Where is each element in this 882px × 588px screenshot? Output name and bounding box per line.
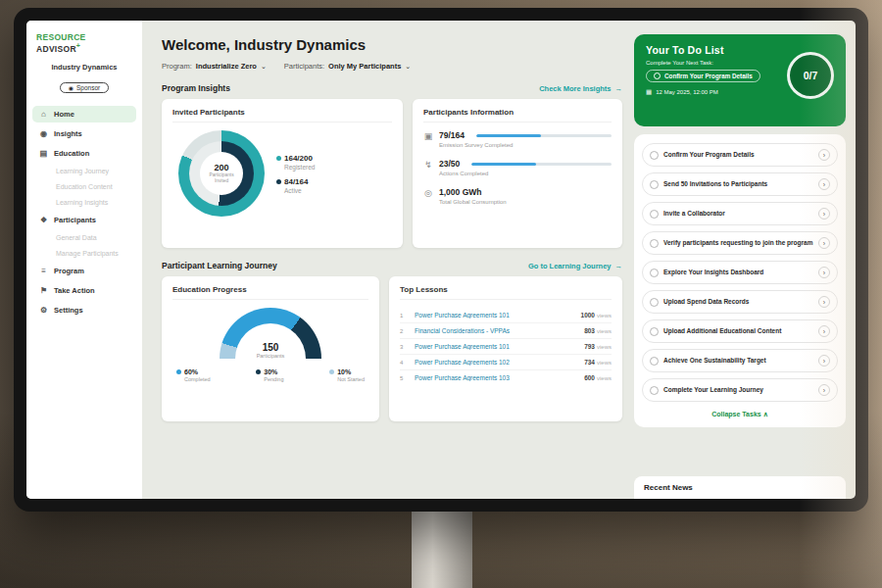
take-action-icon: ⚑ — [39, 286, 48, 295]
sidebar-item-take-action[interactable]: ⚑ Take Action — [32, 282, 136, 299]
lesson-link[interactable]: Power Purchase Agreements 101 — [415, 312, 575, 318]
lesson-link[interactable]: Power Purchase Agreements 101 — [415, 343, 578, 350]
task-complete-learning-journey[interactable]: Complete Your Learning Journey › — [642, 378, 838, 402]
lesson-link[interactable]: Power Purchase Agreements 103 — [415, 374, 578, 381]
check-more-insights-link[interactable]: Check More Insights → — [539, 84, 622, 93]
legend-item-pending: 30% Pending — [256, 368, 283, 382]
checkbox-icon[interactable] — [654, 73, 661, 79]
education-legend: 60% Completed 30% Pending 10% Not Starte… — [172, 368, 368, 382]
checkbox-icon[interactable] — [650, 210, 659, 219]
lesson-row: 5 Power Purchase Agreements 103 600views — [400, 370, 612, 385]
chevron-right-icon[interactable]: › — [818, 237, 830, 249]
checkbox-icon[interactable] — [650, 357, 659, 366]
sidebar-item-learning-insights[interactable]: Learning Insights — [32, 196, 136, 209]
program-insights-header: Program Insights Check More Insights → — [162, 83, 622, 93]
main-content: Welcome, Industry Dynamics Program: Indu… — [142, 21, 634, 499]
sidebar-item-label: Take Action — [54, 286, 95, 295]
lesson-views: 793views — [584, 343, 612, 350]
chevron-right-icon[interactable]: › — [818, 267, 830, 278]
settings-icon: ⚙ — [39, 306, 48, 315]
sidebar-item-manage-participants[interactable]: Manage Participants — [32, 247, 136, 260]
legend-label: Pending — [264, 376, 283, 382]
task-label: Confirm Your Program Details — [663, 151, 813, 159]
chevron-right-icon[interactable]: › — [818, 325, 830, 337]
sidebar-item-participants[interactable]: ❖ Participants — [32, 212, 136, 228]
sidebar-item-education[interactable]: ▤ Education — [32, 145, 136, 162]
monitor-stand — [412, 508, 472, 588]
checkbox-icon[interactable] — [650, 298, 659, 307]
todo-subtitle: Complete Your Next Task: — [646, 60, 834, 66]
donut-center-label: Participants Invited — [205, 172, 238, 184]
todo-next-task[interactable]: Confirm Your Program Details — [646, 70, 760, 82]
chevron-right-icon[interactable]: › — [818, 296, 830, 308]
task-invite-collaborator[interactable]: Invite a Collaborator › — [642, 202, 838, 225]
sponsor-badge[interactable]: ◉ Sponsor — [60, 82, 109, 93]
chevron-right-icon[interactable]: › — [818, 208, 830, 220]
participants-filter-label: Participants: — [284, 62, 324, 71]
chevron-up-icon: ∧ — [763, 411, 768, 417]
task-send-invitations[interactable]: Send 50 Invitations to Participants › — [642, 172, 838, 196]
program-filter-value: Industrialize Zero — [196, 62, 257, 71]
participants-information-card: Participants Information ▣ 79/164 Emissi… — [413, 99, 622, 248]
chevron-right-icon[interactable]: › — [818, 355, 830, 367]
legend-item-registered: 164/200 Registered — [276, 154, 315, 171]
lesson-rank: 1 — [400, 313, 409, 318]
sidebar-item-label: Program — [54, 267, 84, 275]
card-title: Education Progress — [172, 285, 368, 300]
chevron-right-icon[interactable]: › — [818, 149, 830, 161]
chevron-right-icon[interactable]: › — [818, 178, 830, 190]
checkbox-icon[interactable] — [650, 269, 659, 277]
todo-progress-value: 0/7 — [804, 70, 818, 81]
legend-label: Registered — [284, 164, 315, 171]
views-label: views — [597, 328, 612, 334]
go-to-learning-journey-link[interactable]: Go to Learning Journey → — [528, 262, 622, 270]
lesson-rank: 2 — [400, 328, 409, 334]
sidebar-item-education-content[interactable]: Education Content — [32, 180, 136, 193]
todo-due: ▦ 12 May 2025, 12:00 PM — [646, 88, 834, 96]
sidebar-item-home[interactable]: ⌂ Home — [32, 106, 136, 122]
sidebar-item-label: Education — [54, 149, 89, 158]
collapse-tasks-link[interactable]: Collapse Tasks ∧ — [642, 408, 838, 423]
checkbox-icon[interactable] — [650, 386, 659, 395]
education-progress-card: Education Progress 150 Participants 60 — [162, 276, 379, 421]
brand-plus: + — [76, 42, 80, 49]
donut-center-value: 200 — [214, 163, 228, 172]
checkbox-icon[interactable] — [650, 151, 659, 160]
task-upload-spend-data[interactable]: Upload Spend Data Records › — [642, 290, 838, 314]
chevron-right-icon[interactable]: › — [818, 384, 830, 396]
learning-journey-header: Participant Learning Journey Go to Learn… — [162, 261, 622, 270]
sidebar-item-insights[interactable]: ◉ Insights — [32, 125, 136, 142]
checkbox-icon[interactable] — [650, 239, 659, 248]
sidebar-item-learning-journey[interactable]: Learning Journey — [32, 165, 136, 177]
program-filter[interactable]: Program: Industrialize Zero ⌄ — [162, 62, 267, 71]
consumption-icon: ◎ — [423, 188, 433, 198]
task-upload-educational-content[interactable]: Upload Additional Educational Content › — [642, 319, 838, 343]
lesson-row: 3 Power Purchase Agreements 101 793views — [400, 339, 612, 355]
dashboard: RESOURCE ADVISOR+ Industry Dynamics ◉ Sp… — [26, 21, 856, 499]
sidebar-item-label: Participants — [54, 216, 96, 224]
task-label: Send 50 Invitations to Participants — [663, 180, 813, 188]
lesson-row: 1 Power Purchase Agreements 101 1000view… — [400, 308, 612, 323]
checkbox-icon[interactable] — [650, 327, 659, 336]
lesson-rank: 5 — [400, 375, 409, 381]
participants-filter[interactable]: Participants: Only My Participants ⌄ — [284, 62, 411, 71]
task-achieve-sustainability-target[interactable]: Achieve One Sustainability Target › — [642, 349, 838, 372]
sidebar-item-program[interactable]: ≡ Program — [32, 263, 136, 279]
card-title: Invited Participants — [172, 108, 392, 122]
sidebar-item-general-data[interactable]: General Data — [32, 231, 136, 244]
views-count: 803 — [584, 327, 595, 334]
views-label: views — [597, 375, 612, 381]
stat-value: 79/164 — [439, 130, 465, 140]
task-verify-participants[interactable]: Verify participants requesting to join t… — [642, 231, 838, 255]
lesson-link[interactable]: Power Purchase Agreements 102 — [415, 359, 578, 366]
task-confirm-program-details[interactable]: Confirm Your Program Details › — [642, 143, 838, 167]
task-explore-insights[interactable]: Explore Your Insights Dashboard › — [642, 261, 838, 284]
program-icon: ≡ — [39, 267, 48, 275]
stat-main: 1,000 GWh Total Global Consumption — [439, 187, 612, 205]
sidebar-item-settings[interactable]: ⚙ Settings — [32, 302, 136, 318]
progress-bar — [476, 134, 612, 137]
link-label: Go to Learning Journey — [528, 262, 612, 270]
checkbox-icon[interactable] — [650, 180, 659, 189]
lesson-link[interactable]: Financial Considerations - VPPAs — [415, 327, 578, 334]
sidebar-item-label: Home — [54, 110, 74, 119]
